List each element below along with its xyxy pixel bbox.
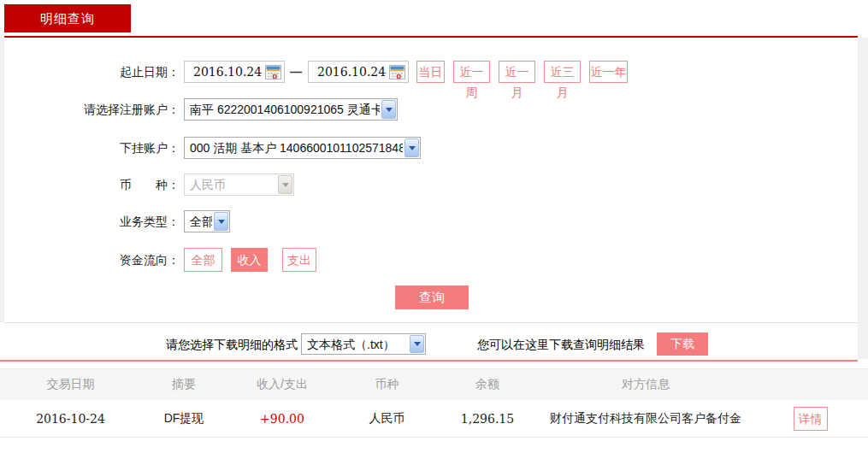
cell-trade-date: 2016-10-24 <box>0 412 141 426</box>
query-button[interactable]: 查询 <box>395 285 469 309</box>
header-balance: 余额 <box>436 377 539 392</box>
register-account-label: 请选择注册账户： <box>0 98 180 121</box>
download-format-label: 请您选择下载明细的格式 <box>120 333 298 356</box>
end-date-field[interactable] <box>308 61 409 83</box>
header-counterparty: 对方信息 <box>539 377 753 392</box>
detail-query-page: 明细查询 起止日期： — <box>0 0 868 453</box>
date-range-separator: — <box>286 61 306 83</box>
detail-button[interactable]: 详情 <box>794 407 828 431</box>
currency-value: 人民币 <box>190 174 276 195</box>
business-type-row: 业务类型： 全部 <box>0 210 868 234</box>
register-account-row: 请选择注册账户： 南平 6222001406100921065 灵通卡 <box>0 98 868 122</box>
download-format-select[interactable]: 文本格式（.txt） <box>301 333 426 355</box>
header-income-expense: 收入/支出 <box>227 377 338 392</box>
calendar-icon[interactable] <box>389 65 405 79</box>
end-date-input[interactable] <box>317 62 389 82</box>
cell-amount: +90.00 <box>227 412 338 426</box>
business-type-label: 业务类型： <box>0 210 180 232</box>
dropdown-arrow-icon[interactable] <box>214 212 228 231</box>
sub-account-value: 000 活期 基本户 1406600101102571848 <box>190 138 403 158</box>
quick-range-week-button[interactable]: 近一周 <box>453 61 490 83</box>
download-hint-text: 您可以在这里下载查询明细结果 <box>477 333 645 356</box>
download-button[interactable]: 下载 <box>657 332 708 356</box>
dropdown-arrow-icon[interactable] <box>381 100 396 119</box>
cell-summary: DF提现 <box>141 411 227 427</box>
header-summary: 摘要 <box>141 377 227 392</box>
sub-account-select[interactable]: 000 活期 基本户 1406600101102571848 <box>184 137 421 159</box>
business-type-select[interactable]: 全部 <box>184 210 230 232</box>
cell-counterparty: 财付通支付科技有限公司客户备付金 <box>539 411 753 427</box>
fund-flow-all-button[interactable]: 全部 <box>184 248 222 272</box>
table-top-divider <box>0 360 858 362</box>
header-currency: 币种 <box>338 377 436 392</box>
sub-account-row: 下挂账户： 000 活期 基本户 1406600101102571848 <box>0 137 868 161</box>
dropdown-arrow-icon[interactable] <box>404 138 419 157</box>
fund-flow-expense-button[interactable]: 支出 <box>282 248 316 272</box>
register-account-value: 南平 6222001406100921065 灵通卡 <box>190 99 380 120</box>
register-account-select[interactable]: 南平 6222001406100921065 灵通卡 <box>184 98 398 121</box>
quick-range-month-button[interactable]: 近一月 <box>499 61 535 83</box>
fund-flow-row: 资金流向： 全部 收入 支出 <box>0 248 868 272</box>
cell-balance: 1,296.15 <box>436 412 539 426</box>
currency-label: 币 种： <box>0 174 180 196</box>
header-trade-date: 交易日期 <box>0 377 141 392</box>
business-type-value: 全部 <box>190 211 212 232</box>
table-row: 2016-10-24 DF提现 +90.00 人民币 1,296.15 财付通支… <box>0 400 868 438</box>
download-format-value: 文本格式（.txt） <box>307 334 408 355</box>
start-date-input[interactable] <box>193 62 265 82</box>
fund-flow-income-button[interactable]: 收入 <box>231 248 268 272</box>
start-date-field[interactable] <box>184 61 285 83</box>
date-range-label: 起止日期： <box>0 61 180 83</box>
table-header-row: 交易日期 摘要 收入/支出 币种 余额 对方信息 <box>0 368 868 400</box>
fund-flow-label: 资金流向： <box>0 248 180 272</box>
currency-select: 人民币 <box>184 174 294 196</box>
sub-account-label: 下挂账户： <box>0 137 180 159</box>
quick-range-today-button[interactable]: 当日 <box>416 61 445 83</box>
dropdown-arrow-icon <box>278 175 292 194</box>
tab-underline <box>4 36 858 38</box>
dropdown-arrow-icon[interactable] <box>410 335 424 353</box>
calendar-icon[interactable] <box>265 65 281 79</box>
quick-range-year-button[interactable]: 近一年 <box>589 61 628 83</box>
right-gutter <box>858 38 868 359</box>
date-range-row: 起止日期： — <box>0 61 868 85</box>
tab-detail-query[interactable]: 明细查询 <box>4 4 131 32</box>
currency-row: 币 种： 人民币 <box>0 174 868 197</box>
quick-range-threemonth-button[interactable]: 近三月 <box>544 61 581 83</box>
cell-currency: 人民币 <box>338 411 436 427</box>
